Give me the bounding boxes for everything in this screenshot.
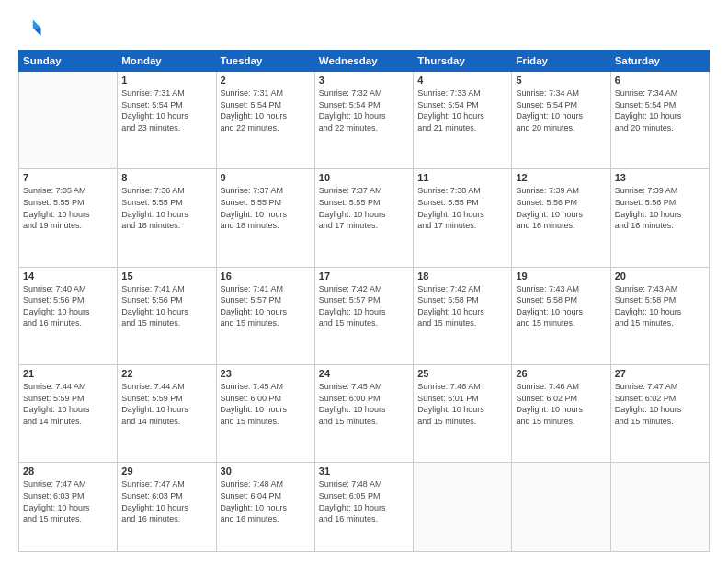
calendar-cell: 30Sunrise: 7:48 AM Sunset: 6:04 PM Dayli… — [216, 463, 314, 552]
calendar-day-header: Saturday — [610, 51, 709, 72]
day-info: Sunrise: 7:44 AM Sunset: 5:59 PM Dayligh… — [23, 381, 113, 427]
day-number: 25 — [417, 368, 507, 379]
calendar-day-header: Friday — [512, 51, 610, 72]
calendar-cell: 13Sunrise: 7:39 AM Sunset: 5:56 PM Dayli… — [610, 169, 709, 267]
day-info: Sunrise: 7:37 AM Sunset: 5:55 PM Dayligh… — [319, 185, 409, 231]
calendar-cell: 15Sunrise: 7:41 AM Sunset: 5:56 PM Dayli… — [118, 267, 216, 364]
calendar-cell: 14Sunrise: 7:40 AM Sunset: 5:56 PM Dayli… — [19, 267, 118, 364]
day-number: 17 — [319, 270, 409, 282]
calendar-day-header: Thursday — [414, 51, 512, 72]
svg-marker-0 — [33, 20, 41, 29]
day-number: 26 — [516, 368, 606, 379]
day-info: Sunrise: 7:45 AM Sunset: 6:00 PM Dayligh… — [221, 381, 311, 427]
calendar-cell: 26Sunrise: 7:46 AM Sunset: 6:02 PM Dayli… — [512, 364, 610, 462]
day-number: 3 — [319, 75, 409, 86]
day-number: 29 — [121, 465, 211, 477]
day-number: 31 — [319, 465, 409, 477]
calendar-cell: 29Sunrise: 7:47 AM Sunset: 6:03 PM Dayli… — [118, 463, 216, 552]
calendar-week-row: 1Sunrise: 7:31 AM Sunset: 5:54 PM Daylig… — [19, 72, 710, 169]
calendar-cell: 12Sunrise: 7:39 AM Sunset: 5:56 PM Dayli… — [512, 169, 610, 267]
day-number: 8 — [121, 172, 211, 183]
calendar-cell — [512, 463, 610, 552]
calendar-week-row: 21Sunrise: 7:44 AM Sunset: 5:59 PM Dayli… — [19, 364, 710, 462]
calendar-cell: 11Sunrise: 7:38 AM Sunset: 5:55 PM Dayli… — [414, 169, 512, 267]
calendar-cell: 6Sunrise: 7:34 AM Sunset: 5:54 PM Daylig… — [610, 72, 709, 169]
day-info: Sunrise: 7:44 AM Sunset: 5:59 PM Dayligh… — [121, 381, 211, 427]
day-info: Sunrise: 7:33 AM Sunset: 5:54 PM Dayligh… — [417, 87, 507, 133]
day-info: Sunrise: 7:34 AM Sunset: 5:54 PM Dayligh… — [516, 87, 606, 133]
day-number: 22 — [121, 368, 211, 379]
day-info: Sunrise: 7:40 AM Sunset: 5:56 PM Dayligh… — [23, 283, 113, 329]
day-info: Sunrise: 7:36 AM Sunset: 5:55 PM Dayligh… — [121, 185, 211, 231]
calendar-cell: 18Sunrise: 7:42 AM Sunset: 5:58 PM Dayli… — [414, 267, 512, 364]
calendar-table: SundayMondayTuesdayWednesdayThursdayFrid… — [18, 50, 710, 552]
day-info: Sunrise: 7:31 AM Sunset: 5:54 PM Dayligh… — [121, 87, 211, 133]
day-number: 23 — [221, 368, 311, 379]
calendar-cell: 5Sunrise: 7:34 AM Sunset: 5:54 PM Daylig… — [512, 72, 610, 169]
day-number: 24 — [319, 368, 409, 379]
calendar-cell: 17Sunrise: 7:42 AM Sunset: 5:57 PM Dayli… — [314, 267, 413, 364]
day-number: 10 — [319, 172, 409, 183]
header — [18, 17, 710, 42]
day-info: Sunrise: 7:41 AM Sunset: 5:57 PM Dayligh… — [221, 283, 311, 329]
calendar-week-row: 14Sunrise: 7:40 AM Sunset: 5:56 PM Dayli… — [19, 267, 710, 364]
day-number: 14 — [23, 270, 113, 282]
calendar-cell: 10Sunrise: 7:37 AM Sunset: 5:55 PM Dayli… — [314, 169, 413, 267]
calendar-cell: 31Sunrise: 7:48 AM Sunset: 6:05 PM Dayli… — [314, 463, 413, 552]
calendar-cell: 21Sunrise: 7:44 AM Sunset: 5:59 PM Dayli… — [19, 364, 118, 462]
calendar-cell: 23Sunrise: 7:45 AM Sunset: 6:00 PM Dayli… — [216, 364, 314, 462]
calendar-cell: 24Sunrise: 7:45 AM Sunset: 6:00 PM Dayli… — [314, 364, 413, 462]
day-info: Sunrise: 7:32 AM Sunset: 5:54 PM Dayligh… — [319, 87, 409, 133]
day-number: 18 — [417, 270, 507, 282]
calendar-cell — [19, 72, 118, 169]
day-info: Sunrise: 7:39 AM Sunset: 5:56 PM Dayligh… — [516, 185, 606, 231]
calendar-cell: 2Sunrise: 7:31 AM Sunset: 5:54 PM Daylig… — [216, 72, 314, 169]
calendar-cell: 28Sunrise: 7:47 AM Sunset: 6:03 PM Dayli… — [19, 463, 118, 552]
calendar-cell — [610, 463, 709, 552]
svg-marker-1 — [33, 28, 41, 36]
day-info: Sunrise: 7:39 AM Sunset: 5:56 PM Dayligh… — [615, 185, 705, 231]
calendar-header-row: SundayMondayTuesdayWednesdayThursdayFrid… — [19, 51, 710, 72]
calendar-cell: 20Sunrise: 7:43 AM Sunset: 5:58 PM Dayli… — [610, 267, 709, 364]
day-number: 28 — [23, 465, 113, 477]
day-info: Sunrise: 7:42 AM Sunset: 5:57 PM Dayligh… — [319, 283, 409, 329]
calendar-cell: 1Sunrise: 7:31 AM Sunset: 5:54 PM Daylig… — [118, 72, 216, 169]
day-info: Sunrise: 7:47 AM Sunset: 6:03 PM Dayligh… — [121, 478, 211, 524]
calendar-cell: 16Sunrise: 7:41 AM Sunset: 5:57 PM Dayli… — [216, 267, 314, 364]
calendar-cell: 3Sunrise: 7:32 AM Sunset: 5:54 PM Daylig… — [314, 72, 413, 169]
calendar-week-row: 7Sunrise: 7:35 AM Sunset: 5:55 PM Daylig… — [19, 169, 710, 267]
logo — [18, 17, 48, 42]
day-number: 30 — [221, 465, 311, 477]
day-number: 12 — [516, 172, 606, 183]
day-number: 6 — [615, 75, 705, 86]
day-info: Sunrise: 7:34 AM Sunset: 5:54 PM Dayligh… — [615, 87, 705, 133]
day-number: 20 — [615, 270, 705, 282]
calendar-cell: 4Sunrise: 7:33 AM Sunset: 5:54 PM Daylig… — [414, 72, 512, 169]
day-info: Sunrise: 7:48 AM Sunset: 6:05 PM Dayligh… — [319, 478, 409, 524]
day-info: Sunrise: 7:47 AM Sunset: 6:03 PM Dayligh… — [23, 478, 113, 524]
page: SundayMondayTuesdayWednesdayThursdayFrid… — [0, 0, 728, 563]
day-info: Sunrise: 7:43 AM Sunset: 5:58 PM Dayligh… — [516, 283, 606, 329]
calendar-day-header: Sunday — [19, 51, 118, 72]
day-number: 9 — [221, 172, 311, 183]
day-number: 21 — [23, 368, 113, 379]
day-info: Sunrise: 7:46 AM Sunset: 6:02 PM Dayligh… — [516, 381, 606, 427]
day-info: Sunrise: 7:31 AM Sunset: 5:54 PM Dayligh… — [221, 87, 311, 133]
day-info: Sunrise: 7:43 AM Sunset: 5:58 PM Dayligh… — [615, 283, 705, 329]
day-number: 16 — [221, 270, 311, 282]
day-number: 13 — [615, 172, 705, 183]
calendar-day-header: Monday — [118, 51, 216, 72]
day-number: 2 — [221, 75, 311, 86]
day-info: Sunrise: 7:46 AM Sunset: 6:01 PM Dayligh… — [417, 381, 507, 427]
calendar-cell: 27Sunrise: 7:47 AM Sunset: 6:02 PM Dayli… — [610, 364, 709, 462]
day-number: 19 — [516, 270, 606, 282]
day-info: Sunrise: 7:35 AM Sunset: 5:55 PM Dayligh… — [23, 185, 113, 231]
day-number: 11 — [417, 172, 507, 183]
day-number: 7 — [23, 172, 113, 183]
calendar-cell: 19Sunrise: 7:43 AM Sunset: 5:58 PM Dayli… — [512, 267, 610, 364]
day-info: Sunrise: 7:48 AM Sunset: 6:04 PM Dayligh… — [221, 478, 311, 524]
day-number: 27 — [615, 368, 705, 379]
day-number: 4 — [417, 75, 507, 86]
calendar-cell: 25Sunrise: 7:46 AM Sunset: 6:01 PM Dayli… — [414, 364, 512, 462]
day-number: 5 — [516, 75, 606, 86]
